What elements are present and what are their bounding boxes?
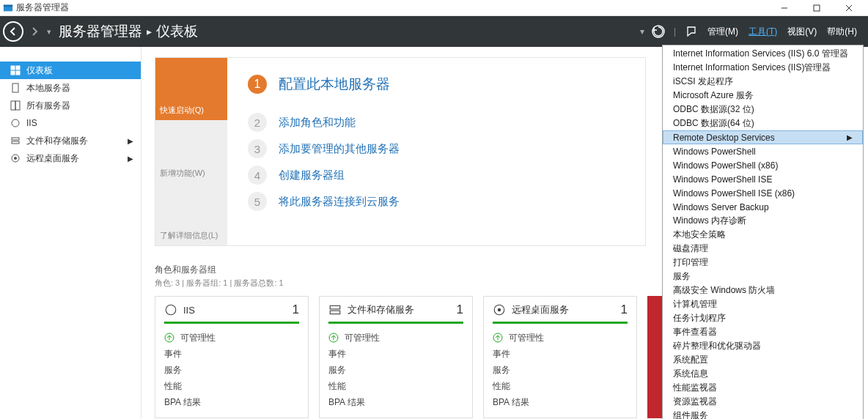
menu-item[interactable]: 计算机管理 xyxy=(663,297,863,311)
menu-item[interactable]: ODBC 数据源(64 位) xyxy=(663,116,863,130)
tile-iis[interactable]: IIS 1 可管理性 事件 服务 性能 BPA 结果 xyxy=(155,296,309,418)
step-label: 创建服务器组 xyxy=(279,168,345,182)
breadcrumb: 服务器管理器 ▸ 仪表板 xyxy=(59,22,198,41)
menu-item[interactable]: 碎片整理和优化驱动器 xyxy=(663,339,863,353)
tile-row[interactable]: 可管理性 xyxy=(328,330,463,346)
tile-row[interactable]: 性能 xyxy=(164,378,299,394)
menu-item[interactable]: Windows PowerShell (x86) xyxy=(663,158,863,172)
svg-rect-10 xyxy=(16,71,20,75)
tile-row[interactable]: BPA 结果 xyxy=(493,394,628,410)
svg-point-14 xyxy=(12,119,19,127)
sidebar-item-all-servers[interactable]: 所有服务器 xyxy=(0,97,141,114)
tile-row[interactable]: 性能 xyxy=(493,378,628,394)
close-button[interactable] xyxy=(833,0,865,16)
sidebar-item-remote-desktop[interactable]: 远程桌面服务 ▶ xyxy=(0,149,141,167)
notifications-button[interactable] xyxy=(680,21,702,42)
tile-row[interactable]: 事件 xyxy=(493,346,628,362)
step-label: 添加要管理的其他服务器 xyxy=(279,142,400,156)
title-bar: 服务器管理器 xyxy=(0,0,868,16)
menu-manage[interactable]: 管理(M) xyxy=(702,26,743,38)
sidebar-item-file-storage[interactable]: 文件和存储服务 ▶ xyxy=(0,132,141,149)
tile-remote-desktop[interactable]: 远程桌面服务 1 可管理性 事件 服务 性能 BPA 结果 xyxy=(483,296,637,418)
sidebar: 仪表板 本地服务器 所有服务器 IIS 文件和存储服务 ▶ 远程桌面服务 ▶ xyxy=(0,47,141,419)
menu-item[interactable]: Microsoft Azure 服务 xyxy=(663,89,863,103)
menu-item[interactable]: Windows 内存诊断 xyxy=(663,214,863,228)
chevron-right-icon: ▶ xyxy=(847,133,853,141)
sidebar-item-local-server[interactable]: 本地服务器 xyxy=(0,79,141,97)
remote-desktop-icon xyxy=(10,153,21,163)
svg-rect-3 xyxy=(814,5,820,11)
chevron-right-icon: ▶ xyxy=(128,155,133,163)
tile-row[interactable]: 性能 xyxy=(328,378,463,394)
server-icon xyxy=(10,83,21,93)
nav-forward-button[interactable] xyxy=(23,21,45,42)
menu-item[interactable]: 性能监视器 xyxy=(663,381,863,395)
up-arrow-icon xyxy=(493,333,503,343)
menu-item[interactable]: 任务计划程序 xyxy=(663,311,863,325)
menu-item[interactable]: Windows PowerShell ISE (x86) xyxy=(663,186,863,200)
whats-new-tab[interactable]: 新增功能(W) xyxy=(155,120,227,182)
menu-view[interactable]: 视图(V) xyxy=(782,26,822,38)
sidebar-item-iis[interactable]: IIS xyxy=(0,114,141,132)
step-number: 2 xyxy=(248,113,267,132)
svg-point-19 xyxy=(166,305,176,315)
menu-item[interactable]: ODBC 数据源(32 位) xyxy=(663,103,863,116)
menu-item[interactable]: Windows PowerShell ISE xyxy=(663,172,863,186)
menu-help[interactable]: 帮助(H) xyxy=(822,26,862,38)
servers-icon xyxy=(10,100,21,111)
tile-row[interactable]: 可管理性 xyxy=(493,330,628,346)
welcome-step-2[interactable]: 2 添加角色和功能 xyxy=(248,109,630,136)
quick-start-tab[interactable]: 快速启动(Q) xyxy=(155,58,227,120)
menu-item[interactable]: 高级安全 Windows 防火墙 xyxy=(663,283,863,297)
menu-tools[interactable]: 工具(T) xyxy=(743,26,782,38)
tile-row[interactable]: 事件 xyxy=(164,346,299,362)
menu-item[interactable]: 服务 xyxy=(663,270,863,283)
welcome-step-4[interactable]: 4 创建服务器组 xyxy=(248,162,630,188)
breadcrumb-root[interactable]: 服务器管理器 xyxy=(59,22,142,41)
tile-row[interactable]: BPA 结果 xyxy=(164,394,299,410)
welcome-step-3[interactable]: 3 添加要管理的其他服务器 xyxy=(248,136,630,162)
svg-rect-8 xyxy=(16,66,20,70)
storage-icon xyxy=(328,303,342,316)
header: ▾ 服务器管理器 ▸ 仪表板 ▾ | 管理(M) 工具(T) 视图(V) 帮助(… xyxy=(0,16,868,47)
menu-item[interactable]: 事件查看器 xyxy=(663,325,863,339)
welcome-step-1[interactable]: 1 配置此本地服务器 xyxy=(248,71,630,97)
remote-desktop-icon xyxy=(493,303,506,316)
menu-item[interactable]: iSCSI 发起程序 xyxy=(663,75,863,89)
menu-item[interactable]: Windows Server Backup xyxy=(663,200,863,214)
menu-item[interactable]: Internet Information Services (IIS) 6.0 … xyxy=(663,47,863,61)
menu-item[interactable]: 资源监视器 xyxy=(663,395,863,409)
svg-rect-16 xyxy=(12,141,19,144)
tile-row[interactable]: BPA 结果 xyxy=(328,394,463,410)
menu-item[interactable]: 本地安全策略 xyxy=(663,228,863,242)
menu-item[interactable]: 打印管理 xyxy=(663,256,863,270)
tile-row[interactable]: 服务 xyxy=(493,362,628,378)
maximize-button[interactable] xyxy=(801,0,833,16)
refresh-button[interactable] xyxy=(647,21,669,42)
menu-item[interactable]: 磁盘清理 xyxy=(663,242,863,256)
dropdown-chevron-icon[interactable]: ▾ xyxy=(47,27,51,37)
up-arrow-icon xyxy=(328,333,339,343)
menu-item[interactable]: Internet Information Services (IIS)管理器 xyxy=(663,61,863,75)
tile-row[interactable]: 服务 xyxy=(328,362,463,378)
tile-row[interactable]: 服务 xyxy=(164,362,299,378)
learn-more-tab[interactable]: 了解详细信息(L) xyxy=(155,183,227,245)
step-number: 3 xyxy=(248,139,267,158)
breadcrumb-page[interactable]: 仪表板 xyxy=(156,22,198,41)
menu-item[interactable]: Windows PowerShell xyxy=(663,144,863,158)
nav-back-button[interactable] xyxy=(3,21,23,42)
sidebar-item-label: IIS xyxy=(26,118,37,128)
tile-file-storage[interactable]: 文件和存储服务 1 可管理性 事件 服务 性能 BPA 结果 xyxy=(319,296,473,418)
menu-item[interactable]: 系统配置 xyxy=(663,353,863,367)
sidebar-item-dashboard[interactable]: 仪表板 xyxy=(0,62,141,79)
dropdown-chevron-icon[interactable]: ▾ xyxy=(640,26,644,37)
svg-rect-22 xyxy=(330,311,340,314)
menu-item[interactable]: 组件服务 xyxy=(663,409,863,419)
tile-row[interactable]: 事件 xyxy=(328,346,463,362)
tile-row[interactable]: 可管理性 xyxy=(164,330,299,346)
step-number: 1 xyxy=(248,75,267,94)
menu-item[interactable]: 系统信息 xyxy=(663,367,863,381)
minimize-button[interactable] xyxy=(768,0,801,16)
welcome-step-5[interactable]: 5 将此服务器连接到云服务 xyxy=(248,188,630,215)
menu-item-remote-desktop-services[interactable]: Remote Desktop Services▶ xyxy=(663,130,863,144)
